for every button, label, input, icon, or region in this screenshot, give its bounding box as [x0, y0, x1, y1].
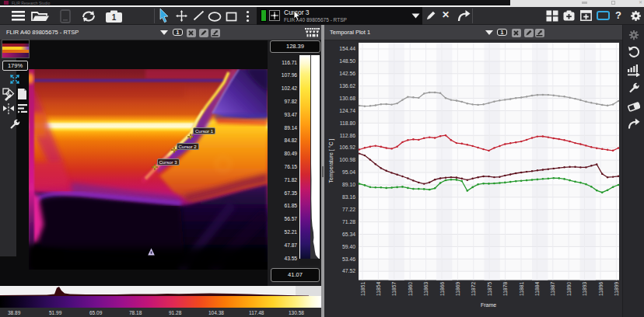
svg-text:11887: 11887: [550, 281, 555, 296]
svg-text:11899: 11899: [614, 281, 619, 296]
svg-text:11872: 11872: [471, 281, 476, 296]
svg-text:89.10: 89.10: [342, 182, 355, 187]
svg-text:11860: 11860: [408, 281, 413, 296]
svg-text:11875: 11875: [487, 281, 492, 296]
svg-text:112.86: 112.86: [340, 133, 356, 138]
svg-text:154.44: 154.44: [339, 46, 355, 51]
svg-text:11857: 11857: [391, 281, 397, 296]
svg-text:11893: 11893: [582, 281, 587, 296]
svg-text:Frame: Frame: [481, 302, 496, 308]
svg-text:83.16: 83.16: [342, 194, 355, 200]
svg-text:11881: 11881: [519, 281, 524, 296]
svg-text:11869: 11869: [455, 281, 460, 296]
svg-text:95.04: 95.04: [342, 169, 355, 175]
svg-text:148.50: 148.50: [339, 58, 355, 64]
svg-text:142.56: 142.56: [339, 71, 355, 76]
svg-text:11866: 11866: [439, 281, 445, 296]
svg-text:11884: 11884: [534, 281, 540, 296]
svg-text:77.22: 77.22: [342, 207, 355, 212]
svg-text:53.46: 53.46: [342, 256, 355, 262]
svg-text:106.92: 106.92: [339, 145, 355, 150]
svg-text:118.80: 118.80: [340, 120, 356, 126]
svg-text:11863: 11863: [423, 281, 429, 296]
svg-text:59.40: 59.40: [342, 244, 355, 249]
svg-text:65.34: 65.34: [342, 232, 355, 237]
svg-text:11896: 11896: [598, 281, 604, 296]
svg-text:71.28: 71.28: [342, 219, 355, 225]
svg-text:11890: 11890: [566, 281, 572, 296]
svg-text:124.74: 124.74: [339, 108, 355, 113]
svg-text:11854: 11854: [376, 281, 381, 296]
svg-text:130.68: 130.68: [339, 96, 355, 101]
svg-text:Temperature [ °C ]: Temperature [ °C ]: [328, 139, 334, 183]
svg-text:11851: 11851: [360, 281, 366, 296]
svg-text:47.52: 47.52: [342, 268, 355, 273]
svg-text:136.62: 136.62: [339, 83, 355, 89]
svg-text:100.98: 100.98: [339, 157, 355, 162]
svg-text:11878: 11878: [502, 281, 508, 296]
